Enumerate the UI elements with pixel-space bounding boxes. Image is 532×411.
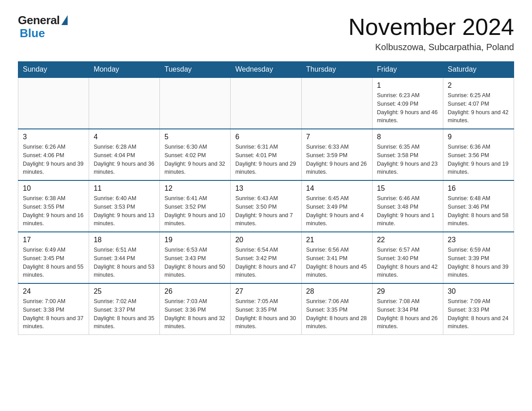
- logo: General Blue: [18, 13, 68, 40]
- day-info: Sunrise: 6:48 AM Sunset: 3:46 PM Dayligh…: [448, 194, 509, 228]
- day-info: Sunrise: 6:33 AM Sunset: 3:59 PM Dayligh…: [306, 143, 368, 176]
- day-info: Sunrise: 6:43 AM Sunset: 3:50 PM Dayligh…: [235, 194, 296, 228]
- day-info: Sunrise: 6:59 AM Sunset: 3:39 PM Dayligh…: [448, 246, 509, 279]
- day-info: Sunrise: 6:51 AM Sunset: 3:44 PM Dayligh…: [94, 246, 155, 279]
- calendar-day-header: Tuesday: [160, 62, 231, 78]
- logo-blue-text: Blue: [18, 26, 45, 40]
- day-info: Sunrise: 6:49 AM Sunset: 3:45 PM Dayligh…: [23, 246, 84, 279]
- day-info: Sunrise: 6:56 AM Sunset: 3:41 PM Dayligh…: [306, 246, 368, 279]
- calendar-week-row: 24Sunrise: 7:00 AM Sunset: 3:38 PM Dayli…: [18, 283, 514, 335]
- day-number: 18: [94, 236, 155, 244]
- day-number: 4: [94, 133, 155, 141]
- day-info: Sunrise: 6:40 AM Sunset: 3:53 PM Dayligh…: [94, 194, 155, 228]
- calendar-cell: 24Sunrise: 7:00 AM Sunset: 3:38 PM Dayli…: [18, 283, 89, 335]
- calendar-cell: [231, 77, 301, 129]
- day-number: 14: [306, 184, 368, 193]
- day-number: 3: [23, 133, 84, 141]
- calendar-cell: 18Sunrise: 6:51 AM Sunset: 3:44 PM Dayli…: [89, 232, 160, 283]
- day-number: 19: [164, 236, 226, 244]
- day-info: Sunrise: 6:28 AM Sunset: 4:04 PM Dayligh…: [94, 143, 155, 176]
- calendar-cell: 11Sunrise: 6:40 AM Sunset: 3:53 PM Dayli…: [89, 180, 160, 232]
- calendar-cell: [89, 77, 160, 129]
- day-info: Sunrise: 6:53 AM Sunset: 3:43 PM Dayligh…: [164, 246, 226, 279]
- calendar-table: SundayMondayTuesdayWednesdayThursdayFrid…: [18, 61, 514, 335]
- day-info: Sunrise: 6:26 AM Sunset: 4:06 PM Dayligh…: [23, 143, 84, 176]
- day-number: 30: [448, 287, 509, 295]
- calendar-week-row: 17Sunrise: 6:49 AM Sunset: 3:45 PM Dayli…: [18, 232, 514, 283]
- calendar-day-header: Monday: [89, 62, 160, 78]
- calendar-cell: [160, 77, 231, 129]
- day-info: Sunrise: 7:05 AM Sunset: 3:35 PM Dayligh…: [235, 297, 296, 331]
- day-info: Sunrise: 6:45 AM Sunset: 3:49 PM Dayligh…: [306, 194, 368, 228]
- calendar-cell: 16Sunrise: 6:48 AM Sunset: 3:46 PM Dayli…: [443, 180, 514, 232]
- day-number: 5: [164, 133, 226, 141]
- day-number: 1: [377, 81, 438, 90]
- day-info: Sunrise: 6:25 AM Sunset: 4:07 PM Dayligh…: [448, 91, 509, 125]
- calendar-cell: 30Sunrise: 7:09 AM Sunset: 3:33 PM Dayli…: [443, 283, 514, 335]
- calendar-cell: 2Sunrise: 6:25 AM Sunset: 4:07 PM Daylig…: [443, 77, 514, 129]
- calendar-day-header: Thursday: [301, 62, 372, 78]
- calendar-cell: 29Sunrise: 7:08 AM Sunset: 3:34 PM Dayli…: [372, 283, 443, 335]
- day-number: 25: [94, 287, 155, 295]
- day-number: 23: [448, 236, 509, 244]
- calendar-week-row: 3Sunrise: 6:26 AM Sunset: 4:06 PM Daylig…: [18, 129, 514, 180]
- subtitle: Kolbuszowa, Subcarpathia, Poland: [348, 42, 514, 52]
- day-number: 22: [377, 236, 438, 244]
- day-info: Sunrise: 6:30 AM Sunset: 4:02 PM Dayligh…: [164, 143, 226, 176]
- day-number: 13: [235, 184, 296, 193]
- day-number: 28: [306, 287, 368, 295]
- day-number: 20: [235, 236, 296, 244]
- day-number: 16: [448, 184, 509, 193]
- day-number: 15: [377, 184, 438, 193]
- calendar-day-header: Saturday: [443, 62, 514, 78]
- day-info: Sunrise: 6:35 AM Sunset: 3:58 PM Dayligh…: [377, 143, 438, 176]
- day-info: Sunrise: 6:38 AM Sunset: 3:55 PM Dayligh…: [23, 194, 84, 228]
- day-number: 17: [23, 236, 84, 244]
- calendar-cell: 17Sunrise: 6:49 AM Sunset: 3:45 PM Dayli…: [18, 232, 89, 283]
- calendar-cell: 5Sunrise: 6:30 AM Sunset: 4:02 PM Daylig…: [160, 129, 231, 180]
- day-info: Sunrise: 6:54 AM Sunset: 3:42 PM Dayligh…: [235, 246, 296, 279]
- day-info: Sunrise: 6:31 AM Sunset: 4:01 PM Dayligh…: [235, 143, 296, 176]
- calendar-cell: 8Sunrise: 6:35 AM Sunset: 3:58 PM Daylig…: [372, 129, 443, 180]
- calendar-cell: 23Sunrise: 6:59 AM Sunset: 3:39 PM Dayli…: [443, 232, 514, 283]
- day-info: Sunrise: 7:00 AM Sunset: 3:38 PM Dayligh…: [23, 297, 84, 331]
- page-header: General Blue November 2024 Kolbuszowa, S…: [18, 13, 514, 52]
- day-info: Sunrise: 7:02 AM Sunset: 3:37 PM Dayligh…: [94, 297, 155, 331]
- day-info: Sunrise: 7:08 AM Sunset: 3:34 PM Dayligh…: [377, 297, 438, 331]
- calendar-cell: 27Sunrise: 7:05 AM Sunset: 3:35 PM Dayli…: [231, 283, 301, 335]
- logo-general-text: General: [18, 13, 60, 27]
- day-number: 10: [23, 184, 84, 193]
- day-number: 6: [235, 133, 296, 141]
- day-number: 12: [164, 184, 226, 193]
- calendar-cell: [301, 77, 372, 129]
- calendar-week-row: 10Sunrise: 6:38 AM Sunset: 3:55 PM Dayli…: [18, 180, 514, 232]
- main-title: November 2024: [348, 13, 514, 40]
- calendar-cell: 21Sunrise: 6:56 AM Sunset: 3:41 PM Dayli…: [301, 232, 372, 283]
- calendar-cell: 4Sunrise: 6:28 AM Sunset: 4:04 PM Daylig…: [89, 129, 160, 180]
- day-info: Sunrise: 6:46 AM Sunset: 3:48 PM Dayligh…: [377, 194, 438, 228]
- day-number: 11: [94, 184, 155, 193]
- calendar-cell: 7Sunrise: 6:33 AM Sunset: 3:59 PM Daylig…: [301, 129, 372, 180]
- calendar-cell: 20Sunrise: 6:54 AM Sunset: 3:42 PM Dayli…: [231, 232, 301, 283]
- calendar-cell: 14Sunrise: 6:45 AM Sunset: 3:49 PM Dayli…: [301, 180, 372, 232]
- calendar-week-row: 1Sunrise: 6:23 AM Sunset: 4:09 PM Daylig…: [18, 77, 514, 129]
- day-info: Sunrise: 6:36 AM Sunset: 3:56 PM Dayligh…: [448, 143, 509, 176]
- day-info: Sunrise: 7:03 AM Sunset: 3:36 PM Dayligh…: [164, 297, 226, 331]
- day-info: Sunrise: 7:06 AM Sunset: 3:35 PM Dayligh…: [306, 297, 368, 331]
- day-number: 29: [377, 287, 438, 295]
- day-number: 21: [306, 236, 368, 244]
- calendar-cell: 9Sunrise: 6:36 AM Sunset: 3:56 PM Daylig…: [443, 129, 514, 180]
- calendar-day-header: Friday: [372, 62, 443, 78]
- day-number: 8: [377, 133, 438, 141]
- calendar-cell: 12Sunrise: 6:41 AM Sunset: 3:52 PM Dayli…: [160, 180, 231, 232]
- day-info: Sunrise: 6:57 AM Sunset: 3:40 PM Dayligh…: [377, 246, 438, 279]
- calendar-cell: 25Sunrise: 7:02 AM Sunset: 3:37 PM Dayli…: [89, 283, 160, 335]
- day-number: 2: [448, 81, 509, 90]
- day-info: Sunrise: 6:23 AM Sunset: 4:09 PM Dayligh…: [377, 91, 438, 125]
- calendar-cell: 6Sunrise: 6:31 AM Sunset: 4:01 PM Daylig…: [231, 129, 301, 180]
- day-info: Sunrise: 7:09 AM Sunset: 3:33 PM Dayligh…: [448, 297, 509, 331]
- calendar-cell: 15Sunrise: 6:46 AM Sunset: 3:48 PM Dayli…: [372, 180, 443, 232]
- day-number: 7: [306, 133, 368, 141]
- logo-triangle-icon: [61, 15, 68, 25]
- calendar-cell: 26Sunrise: 7:03 AM Sunset: 3:36 PM Dayli…: [160, 283, 231, 335]
